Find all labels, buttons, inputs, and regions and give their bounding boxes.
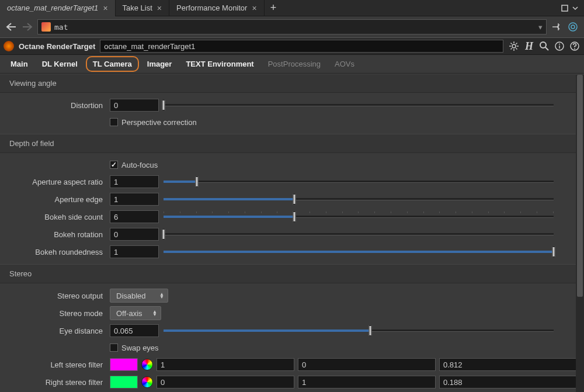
pin-icon[interactable]: [550, 20, 563, 33]
close-icon[interactable]: ×: [103, 4, 107, 13]
tab-label: octane_mat_renderTarget1: [7, 4, 98, 12]
stereo-output-label: Stereo output: [0, 292, 105, 300]
eye-distance-input[interactable]: 0.065: [110, 324, 159, 337]
vertical-scrollbar[interactable]: [576, 75, 584, 392]
perspective-correction-checkbox[interactable]: [110, 118, 118, 126]
chevron-updown-icon: ▲▼: [159, 293, 164, 299]
auto-focus-label: Auto-focus: [121, 161, 158, 169]
parameter-tabs: Main DL Kernel TL Camera Imager TEXT Env…: [0, 55, 584, 74]
viewing-params: Distortion 0 Perspective correction: [0, 93, 584, 134]
node-type-label: Octane RenderTarget: [19, 42, 95, 51]
close-icon[interactable]: ×: [252, 4, 256, 13]
tab-aovs[interactable]: AOVs: [329, 56, 360, 72]
forward-button[interactable]: [21, 20, 34, 33]
distortion-slider[interactable]: [164, 99, 554, 112]
path-input[interactable]: mat ▾: [37, 19, 547, 34]
swap-eyes-checkbox[interactable]: [110, 344, 118, 352]
maximize-icon[interactable]: [561, 4, 569, 12]
tab-postprocessing[interactable]: PostProcessing: [262, 56, 326, 72]
target-icon[interactable]: [566, 20, 579, 33]
svg-point-4: [540, 42, 546, 48]
path-text: mat: [54, 23, 535, 32]
bokeh-rotation-input[interactable]: 0: [110, 228, 159, 241]
bokeh-sides-label: Bokeh side count: [0, 213, 105, 221]
aperture-aspect-label: Aperture aspect ratio: [0, 178, 105, 186]
aperture-edge-slider[interactable]: [164, 193, 554, 206]
section-viewing-angle: Viewing angle: [0, 74, 584, 93]
section-depth-of-field: Depth of field: [0, 134, 584, 153]
aperture-aspect-input[interactable]: 1: [110, 175, 159, 188]
auto-focus-checkbox[interactable]: [110, 161, 118, 169]
bokeh-roundedness-label: Bokeh roundedness: [0, 248, 105, 256]
right-filter-color[interactable]: [110, 376, 138, 388]
section-stereo: Stereo: [0, 264, 584, 283]
info-icon[interactable]: [554, 40, 565, 52]
tab-performance-monitor[interactable]: Performance Monitor ×: [169, 0, 265, 16]
bokeh-roundedness-slider[interactable]: [164, 245, 554, 258]
svg-point-2: [571, 25, 575, 29]
houdini-icon[interactable]: H: [523, 40, 535, 52]
window-menu-icon[interactable]: [571, 4, 579, 12]
color-picker-icon[interactable]: [141, 359, 153, 370]
stereo-output-dropdown[interactable]: Disabled ▲▼: [110, 289, 168, 303]
aperture-aspect-slider[interactable]: [164, 175, 554, 188]
help-icon[interactable]: [569, 40, 580, 52]
bokeh-rotation-label: Bokeh rotation: [0, 230, 105, 239]
eye-distance-label: Eye distance: [0, 327, 105, 335]
color-picker-icon[interactable]: [141, 376, 153, 388]
close-icon[interactable]: ×: [157, 4, 162, 13]
svg-point-8: [574, 48, 575, 50]
tab-label: Performance Monitor: [176, 4, 247, 12]
back-button[interactable]: [5, 20, 18, 33]
path-nav-bar: mat ▾: [0, 16, 584, 37]
bokeh-sides-slider[interactable]: [164, 210, 554, 223]
svg-point-6: [559, 44, 560, 45]
container-icon: [41, 22, 51, 32]
left-filter-label: Left stereo filter: [0, 360, 105, 369]
tab-render-target[interactable]: octane_mat_renderTarget1 ×: [0, 0, 116, 16]
tab-main[interactable]: Main: [5, 56, 34, 72]
node-name-input[interactable]: octane_mat_renderTarget1: [100, 40, 503, 53]
search-icon[interactable]: [538, 40, 550, 52]
svg-point-1: [569, 23, 577, 31]
right-filter-b[interactable]: 0.188: [439, 376, 577, 388]
aperture-edge-label: Aperture edge: [0, 195, 105, 204]
stereo-mode-label: Stereo mode: [0, 309, 105, 318]
tab-text-environment[interactable]: TEXT Environment: [180, 56, 259, 72]
left-filter-r[interactable]: 1: [157, 358, 294, 371]
tab-dl-kernel[interactable]: DL Kernel: [36, 56, 84, 72]
svg-rect-0: [562, 5, 568, 11]
distortion-label: Distortion: [0, 101, 105, 110]
dof-params: Auto-focus Aperture aspect ratio 1 Apert…: [0, 153, 584, 264]
scroll-thumb[interactable]: [577, 75, 583, 297]
swap-eyes-label: Swap eyes: [121, 344, 159, 352]
tab-take-list[interactable]: Take List ×: [116, 0, 170, 16]
chevron-updown-icon: ▲▼: [152, 310, 157, 316]
stereo-params: Stereo output Disabled ▲▼ Stereo mode Of…: [0, 283, 584, 392]
octane-icon: [4, 41, 14, 51]
bokeh-rotation-slider[interactable]: [164, 228, 554, 241]
left-filter-b[interactable]: 0.812: [439, 358, 577, 371]
tab-label: Take List: [123, 4, 152, 12]
node-header: Octane RenderTarget octane_mat_renderTar…: [0, 37, 584, 55]
chevron-down-icon[interactable]: ▾: [538, 23, 543, 32]
right-filter-label: Right stereo filter: [0, 378, 105, 387]
window-tab-bar: octane_mat_renderTarget1 × Take List × P…: [0, 0, 584, 16]
stereo-mode-dropdown[interactable]: Off-axis ▲▼: [110, 306, 161, 320]
right-filter-r[interactable]: 0: [157, 376, 294, 388]
svg-point-3: [512, 44, 516, 48]
right-filter-g[interactable]: 1: [298, 376, 436, 388]
perspective-correction-label: Perspective correction: [121, 118, 197, 127]
add-tab-button[interactable]: +: [265, 0, 283, 16]
aperture-edge-input[interactable]: 1: [110, 193, 159, 206]
left-filter-color[interactable]: [110, 358, 138, 371]
distortion-input[interactable]: 0: [110, 99, 159, 112]
bokeh-sides-input[interactable]: 6: [110, 210, 159, 223]
gear-icon[interactable]: [508, 40, 520, 52]
bokeh-roundedness-input[interactable]: 1: [110, 245, 159, 258]
tab-imager[interactable]: Imager: [141, 56, 178, 72]
left-filter-g[interactable]: 0: [298, 358, 436, 371]
eye-distance-slider[interactable]: [164, 324, 554, 337]
tab-tl-camera[interactable]: TL Camera: [86, 56, 139, 72]
